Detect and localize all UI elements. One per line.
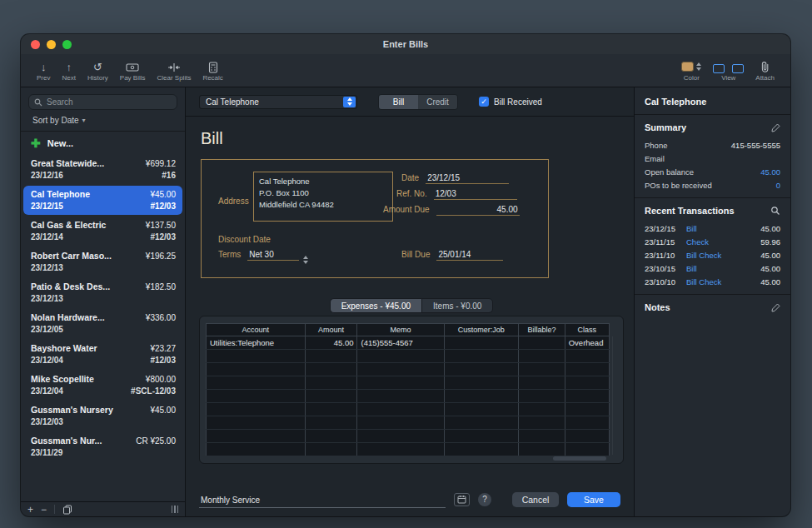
table-row[interactable]: Utilities:Telephone 45.00 (415)555-4567 …	[207, 336, 610, 350]
zoom-button[interactable]	[62, 40, 72, 49]
col-memo: Memo	[357, 324, 444, 336]
memo-input[interactable]	[199, 494, 446, 507]
bill-amount: ¥699.12	[146, 159, 176, 168]
amount-due-field[interactable]: 45.00	[436, 205, 520, 216]
tab-expenses[interactable]: Expenses - ¥45.00	[330, 298, 421, 313]
bill-date: 23/12/16	[31, 171, 63, 180]
paperclip-icon	[760, 60, 770, 73]
recalc-button[interactable]: Recalc	[197, 54, 228, 87]
list-item[interactable]: Cal Gas & Electric¥137.50 23/12/14#12/03	[23, 217, 182, 246]
titlebar[interactable]: Enter Bills	[21, 34, 790, 54]
prev-button[interactable]: ↓ Prev	[31, 54, 56, 87]
vendor-select[interactable]: Cal Telephone	[199, 95, 357, 109]
transaction-row[interactable]: 23/10/15 Bill 45.00	[635, 262, 790, 275]
pay-bills-button[interactable]: Pay Bills	[114, 54, 152, 87]
field-email: Email	[635, 152, 790, 165]
terms-field[interactable]: Net 30	[247, 250, 299, 261]
search-field[interactable]	[28, 94, 177, 110]
cancel-button[interactable]: Cancel	[512, 492, 559, 507]
bill-amount: ¥800.00	[146, 375, 176, 384]
close-button[interactable]	[31, 40, 40, 49]
add-button[interactable]: +	[27, 505, 33, 515]
bill-vendor: Robert Carr Maso...	[31, 251, 112, 261]
notes-section-header: Notes	[635, 294, 790, 318]
list-item[interactable]: Bayshore Water¥23.27 23/12/04#12/03	[23, 340, 182, 369]
address-field[interactable]: Cal Telephone P.O. Box 1100 Middlefield …	[253, 172, 393, 222]
tab-credit[interactable]: Credit	[418, 95, 457, 109]
resize-grip[interactable]	[172, 506, 179, 513]
list-item[interactable]: Gussman's Nursery¥45.00 23/12/03	[23, 401, 182, 431]
list-item[interactable]: Patio & Desk Des...¥182.50 23/12/13	[23, 278, 182, 307]
col-customer-job: Customer:Job	[444, 324, 519, 336]
terms-stepper-icon[interactable]	[303, 256, 308, 264]
clear-splits-button[interactable]: Clear Splits	[151, 54, 197, 87]
bill-vendor: Mike Scopellite	[31, 374, 94, 384]
check-icon: ✓	[481, 98, 487, 106]
transaction-row[interactable]: 23/11/15 Check 59.96	[635, 235, 790, 248]
list-item[interactable]: Nolan Hardware...¥336.00 23/12/05	[23, 309, 182, 338]
remove-button[interactable]: −	[41, 505, 47, 515]
list-item[interactable]: Robert Carr Maso...¥196.25 23/12/13	[23, 247, 182, 276]
edit-pencil-icon[interactable]	[770, 122, 780, 132]
minimize-button[interactable]	[47, 40, 56, 49]
enter-bills-window: Enter Bills ↓ Prev ↑ Next ↺ History Pay …	[21, 34, 790, 516]
bill-amount: CR ¥25.00	[136, 436, 176, 446]
bill-received-checkbox[interactable]: ✓	[479, 97, 489, 107]
bill-ref: #16	[162, 171, 176, 180]
transaction-row[interactable]: 23/11/10 Bill Check 45.00	[635, 248, 790, 262]
list-item[interactable]: Cal Telephone¥45.00 23/12/15#12/03	[23, 186, 182, 215]
bill-ref: #SCL-12/03	[131, 386, 176, 396]
help-button[interactable]: ?	[478, 493, 491, 506]
tab-bill[interactable]: Bill	[379, 95, 418, 109]
divider	[54, 505, 55, 514]
history-button[interactable]: ↺ History	[82, 54, 114, 87]
bill-amount: ¥45.00	[150, 190, 176, 199]
duplicate-icon[interactable]	[62, 505, 72, 515]
vertical-scrollbar[interactable]	[612, 336, 618, 455]
bill-vendor: Bayshore Water	[31, 343, 97, 353]
table-row[interactable]	[207, 443, 610, 456]
bill-ref: #12/03	[150, 232, 176, 242]
bill-amount: ¥182.50	[146, 282, 176, 291]
transaction-row[interactable]: 23/12/15 Bill 45.00	[635, 222, 790, 235]
view-button[interactable]: View	[707, 54, 750, 87]
list-item[interactable]: Mike Scopellite¥800.00 23/12/04#SCL-12/0…	[23, 371, 182, 400]
table-row[interactable]	[207, 376, 610, 390]
horizontal-scrollbar[interactable]	[553, 456, 606, 461]
search-input[interactable]	[47, 97, 172, 107]
attach-button[interactable]: Attach	[750, 54, 780, 87]
sidebar-footer: + −	[21, 501, 185, 516]
next-button[interactable]: ↑ Next	[56, 54, 81, 87]
banknote-icon	[126, 60, 139, 73]
tab-items[interactable]: Items - ¥0.00	[421, 298, 493, 313]
calendar-button[interactable]	[454, 493, 470, 506]
expenses-panel: Account Amount Memo Customer:Job Billabl…	[199, 316, 624, 464]
table-row[interactable]	[207, 390, 610, 403]
terms-label: Terms	[218, 250, 241, 259]
table-row[interactable]	[207, 350, 610, 363]
recent-transactions-header: Recent Transactions	[635, 197, 790, 222]
table-row[interactable]	[207, 363, 610, 376]
bill-due-field[interactable]: 25/01/14	[436, 250, 503, 261]
date-field[interactable]: 23/12/15	[426, 173, 509, 184]
search-transactions-icon[interactable]	[770, 206, 780, 216]
bill-ref: #12/03	[150, 356, 176, 365]
bill-received-label: Bill Received	[494, 97, 542, 107]
combo-stepper-icon[interactable]	[343, 97, 356, 107]
list-item[interactable]: Great Statewide...¥699.12 23/12/16#16	[23, 155, 182, 184]
table-row[interactable]	[207, 430, 610, 443]
transaction-row[interactable]: 23/10/10 Bill Check 45.00	[635, 275, 790, 288]
bill-date: 23/12/15	[31, 202, 63, 211]
notes-pencil-icon[interactable]	[770, 302, 780, 312]
color-button[interactable]: Color	[675, 54, 707, 87]
bill-sidebar: Sort by Date ▾ ✚ New... Great Statewide.…	[21, 87, 186, 516]
ref-field[interactable]: 12/03	[434, 189, 517, 200]
save-button[interactable]: Save	[567, 492, 620, 507]
new-bill-button[interactable]: ✚ New...	[21, 132, 185, 154]
expenses-table-body: Utilities:Telephone 45.00 (415)555-4567 …	[207, 336, 610, 456]
bill-due-label: Bill Due	[401, 250, 430, 259]
table-row[interactable]	[207, 403, 610, 416]
sort-by-control[interactable]: Sort by Date ▾	[21, 112, 185, 132]
list-item[interactable]: Gussman's Nur...CR ¥25.00 23/11/29	[23, 432, 182, 461]
table-row[interactable]	[207, 416, 610, 430]
